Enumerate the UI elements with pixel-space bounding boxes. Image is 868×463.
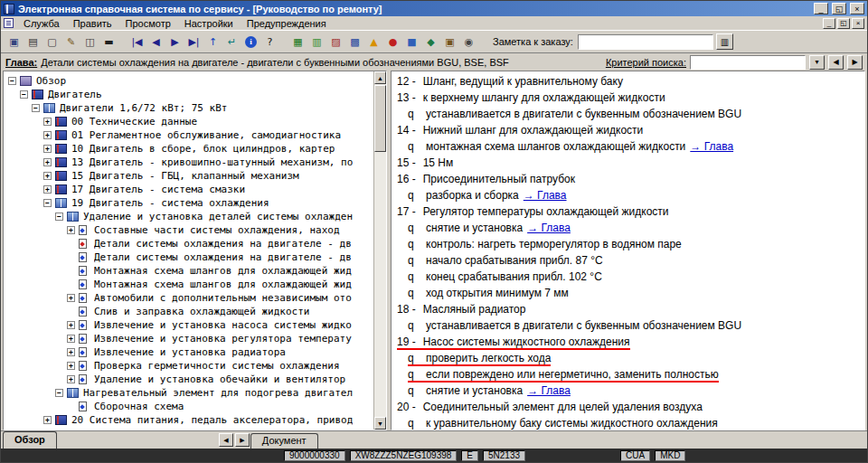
- order-note-button[interactable]: ▥: [716, 33, 733, 50]
- nav-next-button[interactable]: ▶: [165, 33, 184, 51]
- chapter-link[interactable]: → Глава: [524, 189, 567, 202]
- tree-item[interactable]: −Двигатель: [6, 88, 373, 101]
- menu-warnings[interactable]: Предупреждения: [241, 17, 333, 30]
- nav-last-button[interactable]: ▶|: [184, 33, 203, 51]
- tree-item[interactable]: −Нагревательный элемент для подогрева дв…: [6, 386, 373, 400]
- warning-button[interactable]: ▲: [364, 33, 383, 51]
- tree-item[interactable]: +Автомобили с дополнительным независимым…: [6, 291, 373, 305]
- expand-icon[interactable]: +: [43, 416, 52, 424]
- chapter-link[interactable]: → Глава: [690, 140, 733, 153]
- tree-item[interactable]: +Извлечение и установка насоса системы ж…: [6, 318, 373, 332]
- collapse-icon[interactable]: −: [20, 90, 28, 99]
- campaign-button[interactable]: ●: [383, 33, 402, 51]
- tree-item[interactable]: +Извлечение и установка регулятора темпе…: [6, 332, 373, 345]
- collapse-icon[interactable]: −: [43, 199, 52, 207]
- tree-item[interactable]: Монтажная схема шлангов для охлаждающей …: [6, 278, 373, 291]
- tab-overview[interactable]: Обзор: [3, 431, 57, 449]
- scrollbar-thumb[interactable]: [374, 85, 386, 152]
- mdi-minimize-button[interactable]: _: [823, 18, 835, 29]
- settings-button[interactable]: ◉: [459, 33, 478, 51]
- menu-view[interactable]: Просмотр: [119, 17, 177, 30]
- tab-scroll-left-icon[interactable]: ◀: [219, 433, 233, 447]
- tree-item[interactable]: +Составные части системы охлаждения, нах…: [6, 223, 373, 237]
- help-button[interactable]: ?: [260, 33, 279, 51]
- mdi-document-icon[interactable]: [4, 18, 14, 28]
- scrollbar-track[interactable]: [374, 152, 386, 417]
- tab-scroll-right-icon[interactable]: ▶: [235, 433, 250, 447]
- collapse-icon[interactable]: −: [55, 213, 63, 221]
- expand-icon[interactable]: +: [43, 185, 52, 194]
- expand-icon[interactable]: +: [67, 294, 75, 302]
- scroll-up-icon[interactable]: ▲: [374, 71, 386, 84]
- tree-item[interactable]: +01 Регламентное обслуживание, самодиагн…: [6, 128, 373, 142]
- chapter-link[interactable]: → Глава: [527, 222, 571, 234]
- copy-button[interactable]: ◫: [80, 33, 99, 51]
- menu-service[interactable]: Служба: [17, 17, 66, 30]
- tree-item[interactable]: +17 Двигатель - система смазки: [6, 183, 373, 196]
- nav-prev-button[interactable]: ◀: [146, 33, 165, 51]
- close-button[interactable]: ×: [850, 3, 864, 14]
- expand-icon[interactable]: +: [43, 131, 52, 139]
- tree-item[interactable]: −Обзор: [6, 74, 373, 88]
- collapse-icon[interactable]: −: [55, 389, 63, 397]
- tree-vertical-scrollbar[interactable]: ▲ ▼: [373, 71, 386, 430]
- service-schedule-button[interactable]: ▥: [307, 33, 326, 51]
- tree-item[interactable]: +Извлечение и установка радиатора: [6, 345, 373, 359]
- expand-icon[interactable]: +: [67, 348, 75, 356]
- expand-icon[interactable]: +: [43, 118, 52, 126]
- expand-icon[interactable]: +: [43, 172, 52, 180]
- tree-item[interactable]: −Удаление и установка деталей системы ох…: [6, 210, 373, 223]
- nav-first-button[interactable]: |◀: [127, 33, 146, 51]
- new-document-button[interactable]: ▢: [42, 33, 61, 51]
- tab-document[interactable]: Документ: [250, 433, 318, 449]
- print-button[interactable]: ▤: [24, 33, 42, 51]
- mdi-close-button[interactable]: ×: [852, 18, 864, 29]
- expand-icon[interactable]: +: [67, 321, 75, 329]
- tree-item[interactable]: Детали системы охлаждения на двигателе -…: [6, 237, 373, 250]
- edit-note-button[interactable]: ✎: [61, 33, 80, 51]
- menu-settings[interactable]: Настройки: [178, 17, 240, 30]
- collapse-icon[interactable]: −: [8, 77, 16, 85]
- maximize-button[interactable]: ◱: [832, 3, 846, 14]
- expand-icon[interactable]: +: [67, 226, 75, 234]
- tree-item[interactable]: +00 Технические данные: [6, 115, 373, 128]
- expand-icon[interactable]: +: [67, 375, 75, 383]
- chapter-link[interactable]: → Глава: [527, 384, 571, 397]
- expand-icon[interactable]: +: [43, 145, 52, 153]
- tree-item[interactable]: −19 Двигатель - система охлаждения: [6, 196, 373, 210]
- mdi-restore-button[interactable]: ◱: [837, 18, 850, 29]
- tree-item[interactable]: −Двигатели 1,6/72 кВт; 75 кВт: [6, 101, 373, 115]
- expand-icon[interactable]: +: [67, 335, 75, 343]
- search-go-button[interactable]: ▾: [809, 55, 825, 70]
- search-input[interactable]: [690, 55, 806, 70]
- tree-item[interactable]: Сборочная схема: [6, 400, 373, 413]
- search-prev-button[interactable]: ◀: [828, 55, 844, 70]
- vehicle-data-button[interactable]: ▣: [5, 33, 24, 51]
- tree-item[interactable]: Монтажная схема шлангов для охлаждающей …: [6, 264, 373, 278]
- search-criterion-label[interactable]: Критерий поиска:: [606, 57, 686, 68]
- minimize-button[interactable]: _: [814, 3, 828, 14]
- tree-item[interactable]: Слив и заправка охлаждающей жидкости: [6, 305, 373, 318]
- manual-button[interactable]: ■: [402, 33, 421, 51]
- parts-catalog-button[interactable]: ◆: [421, 33, 440, 51]
- tree-item[interactable]: +15 Двигатель - ГБЦ, клапанный механизм: [6, 169, 373, 183]
- tree-item[interactable]: +13 Двигатель - кривошипно-шатунный меха…: [6, 156, 373, 169]
- car-button[interactable]: ▬: [99, 33, 118, 51]
- tree-item[interactable]: +Удаление и установка обечайки и вентиля…: [6, 373, 373, 386]
- info-button[interactable]: i: [241, 33, 260, 51]
- order-note-input[interactable]: [578, 34, 713, 50]
- expand-icon[interactable]: +: [43, 158, 52, 166]
- search-next-button[interactable]: ▶: [847, 55, 863, 70]
- tree-item[interactable]: +Проверка герметичности системы охлажден…: [6, 359, 373, 373]
- return-button[interactable]: ↵: [222, 33, 241, 51]
- collapse-icon[interactable]: −: [32, 104, 40, 112]
- up-level-button[interactable]: ↑: [203, 33, 222, 51]
- maintenance-table-button[interactable]: ▦: [288, 33, 307, 51]
- tree-item[interactable]: Детали системы охлаждения на двигателе -…: [6, 250, 373, 264]
- menu-edit[interactable]: Править: [67, 17, 118, 30]
- scroll-down-icon[interactable]: ▼: [374, 417, 386, 430]
- wiring-diagram-button[interactable]: ▩: [345, 33, 364, 51]
- tree-item[interactable]: +20 Система питания, педаль акселератора…: [6, 413, 373, 427]
- tree-item[interactable]: +10 Двигатель в сборе, блок цилиндров, к…: [6, 142, 373, 156]
- body-repair-button[interactable]: ▨: [326, 33, 345, 51]
